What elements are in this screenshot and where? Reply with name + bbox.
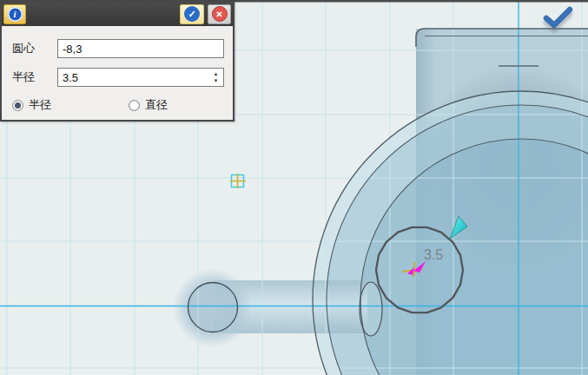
radius-label: 半径	[12, 69, 57, 85]
dimension-label: 3.5	[424, 247, 443, 262]
spinner-down-icon[interactable]: ▼	[214, 78, 219, 83]
radio-diameter-label: 直径	[145, 97, 168, 113]
info-icon: i	[8, 7, 23, 22]
accept-check-icon: ✓	[184, 6, 200, 22]
radius-row: 半径 ▲ ▼	[12, 68, 233, 87]
info-button[interactable]: i	[3, 4, 26, 24]
radius-spinner: ▲ ▼	[209, 69, 222, 86]
dialog-titlebar: i ✓ ✕	[2, 2, 233, 26]
radio-diameter-circle	[129, 100, 140, 111]
radio-radius-circle	[12, 100, 23, 111]
close-x-icon: ✕	[212, 6, 228, 22]
spinner-up-icon[interactable]: ▲	[214, 71, 219, 76]
center-row: 圆心	[12, 39, 233, 58]
radius-input[interactable]	[57, 68, 224, 87]
center-input[interactable]	[57, 39, 224, 58]
center-label: 圆心	[12, 41, 57, 56]
circle-properties-dialog: i ✓ ✕ 圆心 半径 ▲ ▼ 半径 直径	[0, 0, 235, 122]
radio-radius[interactable]: 半径	[12, 97, 51, 113]
close-button[interactable]: ✕	[208, 4, 231, 24]
mode-row: 半径 直径	[12, 97, 233, 113]
radio-radius-label: 半径	[29, 97, 51, 113]
accept-button[interactable]: ✓	[180, 4, 204, 24]
radio-diameter[interactable]: 直径	[129, 97, 168, 113]
